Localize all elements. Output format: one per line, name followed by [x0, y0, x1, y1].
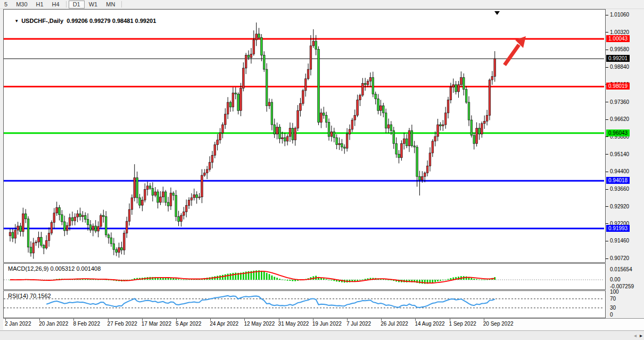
date-tick-label: 20 Sep 2022: [483, 321, 514, 327]
price-tick-label: 0.97360: [610, 99, 629, 105]
timeframe-button-m30[interactable]: M30: [12, 1, 31, 8]
timeframe-button-h4[interactable]: H4: [48, 1, 64, 8]
tab-scroll-left-icon[interactable]: ◂: [634, 333, 637, 339]
price-level-badge: 0.91993: [606, 225, 630, 232]
macd-panel[interactable]: MACD(12,26,9) 0.005312 0.001408: [3, 263, 606, 290]
toolbar-separator: [121, 1, 122, 7]
date-axis: 2 Jan 202220 Jan 20228 Feb 202227 Feb 20…: [3, 318, 644, 330]
main-chart-panel[interactable]: ▼USDCHF-,Daily 0.99206 0.99279 0.98481 0…: [3, 9, 606, 263]
chart-title-ohlc: 0.99206 0.99279 0.98481 0.99201: [67, 18, 156, 24]
price-level-badge: 1.00043: [606, 35, 630, 42]
price-level-badge: 0.98019: [606, 83, 630, 90]
date-tick-label: 27 Feb 2022: [108, 321, 137, 327]
price-level-badge: 0.96043: [606, 129, 630, 136]
timeframe-button-5[interactable]: 5: [0, 1, 12, 8]
date-tick-label: 14 Aug 2022: [415, 321, 444, 327]
date-tick-label: 20 Jan 2022: [39, 321, 68, 327]
date-tick-label: 2 Jan 2022: [5, 321, 31, 327]
date-tick-label: 17 Mar 2022: [142, 321, 171, 327]
price-axis: 1.010601.003200.995800.988400.981000.973…: [606, 9, 644, 318]
price-level-badge: 0.99201: [606, 55, 630, 62]
price-tick-mark: [606, 136, 608, 137]
date-tick-label: 5 Apr 2022: [176, 321, 201, 327]
date-tick-label: 8 Feb 2022: [73, 321, 100, 327]
rsi-panel[interactable]: RSI(14) 70.1562: [3, 290, 606, 318]
rsi-axis-label: 30: [610, 305, 616, 311]
candlestick-chart: [4, 10, 604, 261]
rsi-chart: [4, 291, 604, 317]
macd-axis-label: 0.00: [610, 277, 620, 282]
rsi-axis-label: 70: [610, 296, 616, 302]
chart-tab-bar: ◂ ▸: [0, 330, 644, 340]
date-tick-label: 12 May 2022: [244, 321, 275, 327]
price-tick-label: 0.96620: [610, 116, 629, 122]
price-tick-label: 0.92920: [610, 204, 629, 209]
timeframe-button-d1[interactable]: D1: [69, 1, 85, 9]
timeframe-button-w1[interactable]: W1: [85, 1, 102, 8]
tab-scroll-right-icon[interactable]: ▸: [640, 333, 642, 339]
rsi-axis-label: 0: [610, 312, 613, 318]
date-tick-label: 19 Jun 2022: [312, 321, 342, 327]
rsi-label: RSI(14) 70.1562: [8, 293, 51, 299]
price-tick-mark: [606, 172, 608, 172]
date-tick-label: 7 Jul 2022: [346, 321, 371, 327]
date-tick-label: 1 Sep 2022: [449, 321, 476, 327]
price-tick-mark: [606, 189, 608, 190]
price-tick-mark: [606, 50, 608, 50]
price-tick-mark: [606, 67, 608, 68]
price-tick-mark: [606, 102, 608, 102]
price-tick-label: 0.91460: [610, 238, 629, 244]
macd-label: MACD(12,26,9) 0.005312 0.001408: [8, 265, 101, 272]
price-level-badge: 0.94018: [606, 177, 630, 184]
price-tick-label: 1.00320: [610, 29, 629, 35]
price-tick-mark: [606, 206, 608, 207]
price-tick-mark: [606, 15, 608, 15]
rsi-axis-label: 100: [610, 289, 619, 295]
timeframe-button-mn[interactable]: MN: [102, 1, 119, 8]
price-tick-label: 1.01060: [610, 12, 629, 18]
chart-dropdown-icon[interactable]: ▼: [14, 19, 19, 23]
timeframe-toolbar: 5M30H1H4D1W1MN: [0, 0, 644, 9]
price-tick-label: 0.99580: [610, 46, 629, 52]
price-tick-label: 0.90720: [610, 255, 629, 261]
price-tick-mark: [606, 119, 608, 120]
chart-title-symbol: USDCHF-,Daily: [21, 18, 63, 24]
price-tick-label: 0.95140: [610, 151, 629, 157]
price-tick-label: 0.94400: [610, 168, 629, 174]
price-tick-mark: [606, 258, 608, 259]
date-tick-label: 31 May 2022: [278, 321, 309, 327]
toolbar-separator: [66, 1, 67, 7]
price-tick-label: 0.93660: [610, 186, 629, 192]
price-tick-mark: [606, 223, 608, 224]
price-tick-mark: [606, 32, 608, 33]
date-tick-label: 26 Jul 2022: [381, 321, 408, 327]
chart-title: ▼USDCHF-,Daily 0.99206 0.99279 0.98481 0…: [8, 11, 156, 30]
price-tick-label: 0.98840: [610, 64, 629, 70]
date-tick-label: 24 Apr 2022: [210, 321, 238, 327]
timeframe-button-h1[interactable]: H1: [32, 1, 48, 8]
price-tick-mark: [606, 241, 608, 241]
macd-axis-label: 0.015654: [610, 266, 632, 272]
price-tick-mark: [606, 154, 608, 155]
